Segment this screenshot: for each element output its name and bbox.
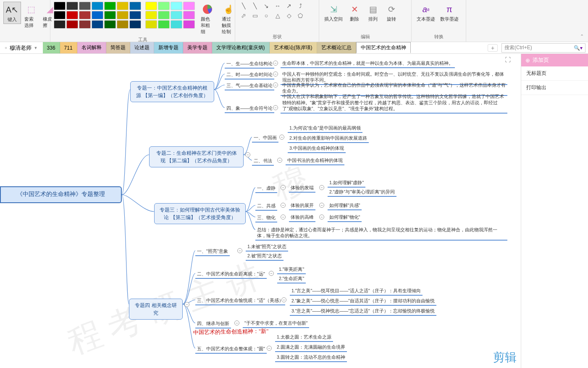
search-icon: 🔍▾: [574, 45, 583, 51]
t4-b2-1: 1."审美距离": [277, 266, 306, 274]
t4-b5-1: 1.太极之圆：艺术生命之源: [275, 334, 333, 342]
t3-b2-1: 如何理解"共感": [328, 202, 362, 210]
arrange-button[interactable]: ▤排列: [365, 2, 381, 23]
toggle[interactable]: −: [319, 214, 324, 220]
page-item-print[interactable]: 打印输出: [521, 81, 588, 95]
toggle[interactable]: −: [273, 71, 278, 77]
touch-draw-label: 通过触摸绘制: [222, 16, 235, 35]
toggle[interactable]: −: [269, 271, 274, 276]
t4-b2-2: 2."生命距离": [277, 275, 306, 283]
t4-branch-4[interactable]: 四、继承与创新: [195, 320, 231, 328]
rotate-icon: ⟳: [385, 3, 398, 16]
toggle[interactable]: −: [281, 203, 286, 208]
t4-branch-1[interactable]: 一、"照亮"意象: [195, 247, 230, 256]
type-label: 键入: [8, 16, 17, 23]
page-canvas[interactable]: 穆 程考研主讲 ⛶: [0, 54, 521, 368]
section-tab[interactable]: 论述题: [130, 42, 154, 53]
section-tab[interactable]: 新增专题: [154, 42, 183, 53]
toggle[interactable]: −: [319, 203, 324, 208]
t3-branch-2[interactable]: 二、共感: [255, 202, 277, 211]
t2-branch-1[interactable]: 一、中国画: [252, 134, 278, 143]
delete-button[interactable]: ✕删除: [346, 2, 363, 23]
t1-branch-1[interactable]: 一、生——生命结构论: [225, 60, 274, 69]
add-tab-button[interactable]: +: [488, 44, 498, 52]
topic-1[interactable]: 专题一：中国艺术生命精神的根源 【第一编】（艺术创作角度）: [130, 81, 214, 102]
lasso-button[interactable]: ⬚ 套索选择: [23, 2, 39, 29]
topic-4[interactable]: 专题四 相关概念研究: [129, 299, 183, 320]
expand-icon[interactable]: ⛶: [505, 56, 512, 64]
toggle[interactable]: −: [184, 302, 189, 307]
t4-b3-2: 2."象之美"——悦心悦意——"自适其适"（庄子）：摆却功利的自由愉悦: [290, 297, 436, 306]
t2-b2-desc: 中国书法的生命精神的体现: [286, 157, 344, 165]
chevron-down-icon: ▼: [34, 46, 38, 50]
t4-branch-3[interactable]: 三、中国艺术的生命愉悦观："适"（美感）: [195, 297, 285, 305]
search-input[interactable]: 搜索(Ctrl+E) 🔍▾: [501, 43, 585, 53]
toggle[interactable]: −: [273, 105, 278, 110]
search-placeholder: 搜索(Ctrl+E): [504, 44, 532, 51]
t3-b1d: 体验的发端: [289, 184, 315, 193]
toggle[interactable]: −: [277, 158, 282, 163]
section-tab[interactable]: 336: [43, 42, 60, 53]
t3-b1-1: 1.如何理解"虚静": [328, 179, 365, 188]
pen-palette[interactable]: [54, 2, 141, 36]
insert-space-icon: ⇲: [327, 3, 340, 16]
color-thickness-label: 颜色和粗细: [201, 16, 214, 35]
t2-b1-3: 3.中国画的生命精神的体现: [288, 145, 346, 153]
t4-branch-2[interactable]: 二、中国艺术的生命距离观："远": [195, 270, 267, 279]
toggle[interactable]: −: [234, 320, 239, 326]
type-button[interactable]: A↖ 键入: [3, 2, 21, 24]
highlighter-palette[interactable]: [145, 2, 195, 36]
t1-branch-3[interactable]: 三、气——生命基础论: [225, 82, 274, 90]
notebook-name: 穆清老师: [10, 44, 32, 52]
section-tab[interactable]: 711: [60, 42, 77, 53]
text-ink-button[interactable]: aa文本墨迹: [415, 2, 437, 23]
math-ink-button[interactable]: π数学墨迹: [438, 2, 460, 23]
touch-icon: ☝: [222, 3, 235, 16]
add-page-button[interactable]: ⊕ 添加页: [521, 54, 588, 66]
section-tab[interactable]: 艺术概论汇总: [317, 42, 356, 53]
notebook-bar: ▫ 穆清老师 ▼ 336711名词解释简答题论述题新增专题美学专题文学理论教程(…: [0, 42, 588, 54]
section-tab[interactable]: 文学理论教程(童庆炳): [212, 42, 270, 53]
ribbon-toolbar: A↖ 键入 ⬚ 套索选择 ◢ 橡皮擦: [0, 0, 588, 42]
t1-branch-2[interactable]: 二、时——生命时间论: [225, 71, 274, 79]
t1-b1-desc: 生命即本体，中国艺术的生命精神，就是一种以生命为本体、为最高最真实的精神。: [281, 60, 455, 68]
t1-branch-4[interactable]: 四、象——生命符号论: [225, 104, 274, 113]
toggle[interactable]: −: [267, 346, 272, 351]
lasso-icon: ⬚: [24, 3, 38, 16]
touch-draw-button[interactable]: ☝ 通过触摸绘制: [220, 2, 237, 36]
t3-branch-3[interactable]: 三、物化: [255, 214, 277, 222]
toggle[interactable]: −: [273, 61, 278, 66]
page-item-untitled[interactable]: 无标题页: [521, 66, 588, 81]
section-tab[interactable]: 中国艺术的生命精神: [356, 42, 411, 53]
rotate-button[interactable]: ⟳旋转: [383, 2, 400, 23]
toggle[interactable]: −: [279, 135, 284, 140]
color-thickness-button[interactable]: 颜色和粗细: [199, 2, 216, 36]
t3-branch-1[interactable]: 一、虚静: [255, 184, 277, 193]
toggle[interactable]: −: [237, 248, 242, 253]
topic-2[interactable]: 专题二：生命精神在艺术门类中的体现 【第二编】（艺术作品角度）: [149, 146, 244, 167]
section-tab[interactable]: 艺术概论(陈岸瑛): [270, 42, 317, 53]
collapse-ribbon-icon[interactable]: ⌃: [580, 34, 584, 39]
t3-b3-1: 如何理解"物化": [328, 214, 362, 222]
toggle[interactable]: −: [273, 82, 278, 87]
mindmap-root[interactable]: 《中国艺术的生命精神》专题整理: [0, 186, 122, 203]
section-tab[interactable]: 美学专题: [183, 42, 212, 53]
toggle[interactable]: −: [245, 152, 250, 157]
arrange-icon: ▤: [366, 3, 380, 16]
section-tab[interactable]: 简答题: [106, 42, 130, 53]
toggle[interactable]: −: [281, 214, 286, 220]
shapes-gallery[interactable]: ╲╲↘↔↗⤴ ⬀▭○△◇⬠: [239, 2, 315, 20]
toggle[interactable]: −: [281, 297, 286, 302]
notebook-selector[interactable]: ▫ 穆清老师 ▼: [0, 44, 43, 52]
t4-branch-5[interactable]: 五、中国艺术的生命整体观："圆": [195, 345, 267, 354]
toggle[interactable]: −: [281, 185, 286, 190]
t2-branch-2[interactable]: 二、书法: [252, 157, 274, 166]
section-tab[interactable]: 名词解释: [77, 42, 106, 53]
insert-space-button[interactable]: ⇲插入空间: [323, 2, 344, 23]
toggle[interactable]: −: [319, 185, 324, 190]
t4-b5-3: 3.圆转之圆：流动不息的生命精神: [275, 354, 347, 362]
topic-3[interactable]: 专题三：如何理解中国古代审美体验论 【第三编】（艺术接受角度）: [154, 203, 246, 224]
add-page-label: 添加页: [533, 56, 549, 64]
cut-label: 剪辑: [493, 349, 517, 365]
text-ink-icon: aa: [419, 3, 433, 16]
